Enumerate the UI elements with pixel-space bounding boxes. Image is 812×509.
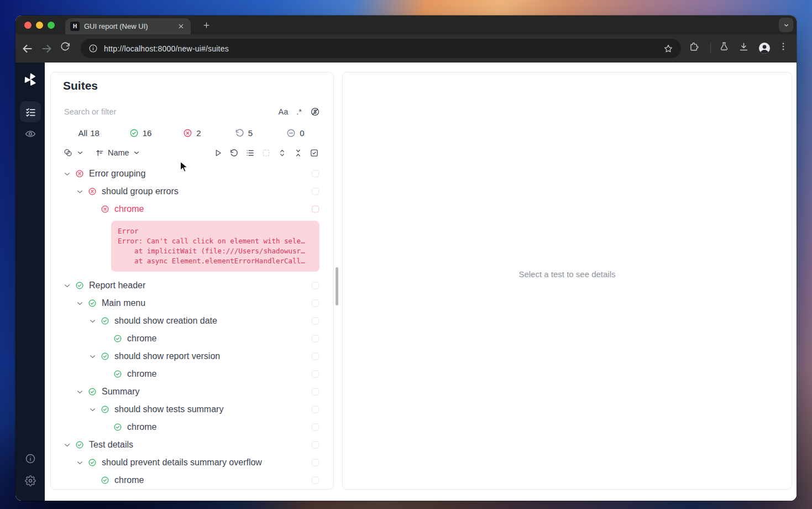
status-icon xyxy=(88,187,97,196)
stat-failed[interactable]: 2 xyxy=(166,124,218,141)
row-checkbox[interactable] xyxy=(312,406,319,413)
stat-retried[interactable]: 5 xyxy=(218,124,269,141)
row-checkbox[interactable] xyxy=(312,335,319,342)
extensions-icon[interactable] xyxy=(689,41,703,56)
row-label: should show creation date xyxy=(114,316,217,326)
tree-row[interactable]: should show report version xyxy=(51,347,333,365)
tree-row[interactable]: chrome xyxy=(51,471,333,489)
status-icon xyxy=(113,423,122,432)
status-icon xyxy=(88,299,97,308)
status-icon xyxy=(75,281,84,290)
tree-row[interactable]: chrome xyxy=(51,200,333,218)
tree-row[interactable]: Error grouping xyxy=(51,165,333,183)
bookmark-star-icon[interactable] xyxy=(663,44,673,54)
app-logo xyxy=(20,69,41,90)
match-case-toggle[interactable]: Aa xyxy=(279,107,289,116)
sidebar-item-visual-checks[interactable] xyxy=(20,123,41,144)
row-checkbox[interactable] xyxy=(312,300,319,307)
stat-skipped[interactable]: 0 xyxy=(270,124,321,141)
row-label: Test details xyxy=(89,440,133,450)
info-icon[interactable] xyxy=(20,448,41,469)
tree-row[interactable]: Main menu xyxy=(51,294,333,312)
status-icon xyxy=(101,205,109,214)
collapse-all-icon[interactable] xyxy=(294,148,303,158)
expand-all-icon[interactable] xyxy=(277,148,287,158)
select-all-checkbox-icon[interactable] xyxy=(310,148,319,158)
chevron-down-icon[interactable] xyxy=(63,170,71,178)
minimize-window-button[interactable] xyxy=(36,22,43,29)
row-label: Summary xyxy=(102,387,139,397)
browsers-filter[interactable] xyxy=(63,148,84,158)
row-checkbox[interactable] xyxy=(312,477,319,484)
row-checkbox[interactable] xyxy=(312,170,319,178)
status-icon xyxy=(113,334,122,343)
row-label: Error grouping xyxy=(89,169,145,179)
row-checkbox[interactable] xyxy=(312,459,319,466)
tree-row[interactable]: should show creation date xyxy=(51,312,333,330)
tree-toolbar: Name xyxy=(63,144,319,161)
chevron-down-icon[interactable] xyxy=(88,317,97,325)
tree-row[interactable]: should group errors xyxy=(51,183,333,200)
scrollbar-thumb[interactable] xyxy=(336,267,338,305)
sidebar-item-suites[interactable] xyxy=(20,101,41,122)
stat-passed[interactable]: 16 xyxy=(114,124,166,141)
address-bar[interactable]: http://localhost:8000/new-ui#/suites xyxy=(81,39,681,58)
tree-row[interactable]: should show tests summary xyxy=(51,401,333,418)
chevron-down-icon[interactable] xyxy=(88,352,97,361)
tree-row[interactable]: Test details xyxy=(51,436,333,454)
profile-avatar[interactable] xyxy=(758,41,772,56)
regex-toggle[interactable]: .* xyxy=(296,107,302,116)
row-checkbox[interactable] xyxy=(312,353,319,360)
list-view-icon[interactable] xyxy=(245,148,255,158)
row-label: chrome xyxy=(127,334,156,344)
browser-tab[interactable]: H GUI report (New UI) xyxy=(65,18,191,34)
tab-search-button[interactable] xyxy=(779,18,793,32)
strict-match-toggle-icon[interactable] xyxy=(310,107,320,117)
site-info-icon[interactable] xyxy=(88,44,98,53)
select-region-icon xyxy=(261,148,271,158)
browser-menu-icon[interactable] xyxy=(778,41,793,56)
row-checkbox[interactable] xyxy=(312,371,319,378)
chevron-down-icon[interactable] xyxy=(88,406,97,414)
chevron-down-icon[interactable] xyxy=(63,441,71,449)
fullscreen-window-button[interactable] xyxy=(48,22,55,29)
back-icon[interactable] xyxy=(20,41,34,56)
status-icon xyxy=(101,476,109,485)
row-label: chrome xyxy=(127,369,156,379)
row-checkbox[interactable] xyxy=(312,424,319,431)
sort-control[interactable]: Name xyxy=(95,148,140,158)
settings-gear-icon[interactable] xyxy=(20,470,41,491)
reload-icon[interactable] xyxy=(60,41,74,56)
forward-icon[interactable] xyxy=(40,41,54,56)
tree-row[interactable]: Summary xyxy=(51,383,333,401)
row-label: chrome xyxy=(114,475,144,485)
chevron-down-icon[interactable] xyxy=(63,282,71,290)
undo-icon[interactable] xyxy=(229,148,239,158)
chevron-down-icon[interactable] xyxy=(76,388,84,396)
row-checkbox[interactable] xyxy=(312,188,319,195)
experiments-flask-icon[interactable] xyxy=(719,41,734,56)
retry-icon xyxy=(235,128,244,138)
chevron-down-icon[interactable] xyxy=(76,459,84,467)
new-tab-button[interactable] xyxy=(201,20,212,30)
row-checkbox[interactable] xyxy=(312,388,319,396)
chevron-down-icon[interactable] xyxy=(76,188,84,196)
row-checkbox[interactable] xyxy=(312,318,319,325)
close-window-button[interactable] xyxy=(24,22,32,29)
search-input[interactable] xyxy=(63,107,279,117)
tree-row[interactable]: Report header xyxy=(51,277,333,294)
tab-close-icon[interactable] xyxy=(176,22,186,31)
tree-row[interactable]: chrome xyxy=(51,330,333,347)
tree-row[interactable]: chrome xyxy=(51,418,333,436)
status-icon xyxy=(88,387,97,396)
tree-row[interactable]: should prevent details summary overflow xyxy=(51,454,333,471)
status-icon xyxy=(101,316,109,325)
row-checkbox[interactable] xyxy=(312,282,319,289)
tree-row[interactable]: chrome xyxy=(51,365,333,383)
downloads-icon[interactable] xyxy=(738,41,753,56)
stat-all[interactable]: All18 xyxy=(63,124,114,141)
row-checkbox[interactable] xyxy=(312,442,319,449)
chevron-down-icon[interactable] xyxy=(76,299,84,308)
row-checkbox[interactable] xyxy=(312,206,319,213)
run-tests-icon[interactable] xyxy=(213,148,223,158)
